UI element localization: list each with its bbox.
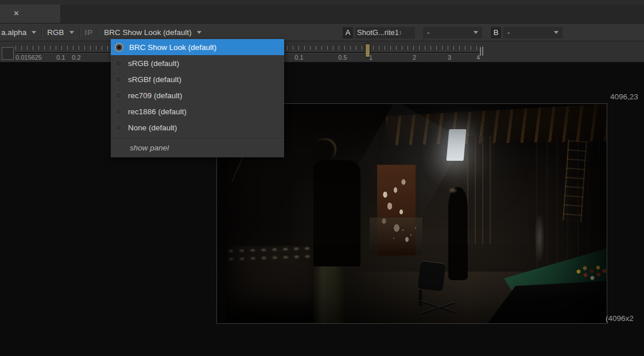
chevron-down-icon bbox=[32, 31, 36, 34]
viewer-process-label: BRC Show Look (default) bbox=[104, 28, 191, 37]
radio-icon bbox=[115, 92, 122, 99]
gamma-slider-handle[interactable] bbox=[365, 44, 370, 57]
input-b-dropdown-value: - bbox=[507, 28, 510, 37]
menu-item-brc-show-look[interactable]: BRC Show Look (default) bbox=[111, 39, 284, 55]
menu-item-label: rec1886 (default) bbox=[128, 107, 187, 116]
gain-gamma-row: 0.015625 0.1 0.2 0.1 0.5 1 2 3 4 bbox=[0, 41, 644, 62]
viewer-process-selector[interactable]: BRC Show Look (default) bbox=[104, 28, 201, 37]
gamma-slider-endcap bbox=[480, 47, 483, 56]
menu-item-label: sRGB (default) bbox=[128, 59, 179, 68]
ab-input-cluster: A ShotG...rite1 ↕ - B - bbox=[343, 24, 571, 41]
cursor-coords-readout: 4096,23 bbox=[610, 92, 638, 101]
radio-icon bbox=[115, 124, 122, 131]
gain-tick-label: 0.015625 bbox=[15, 54, 42, 61]
viewer-process-menu: BRC Show Look (default) sRGB (default) s… bbox=[111, 39, 284, 157]
menu-item-none[interactable]: None (default) bbox=[111, 119, 284, 136]
top-strip bbox=[0, 0, 644, 5]
layer-selector-label: RGB bbox=[47, 28, 64, 37]
close-icon[interactable]: × bbox=[14, 8, 19, 18]
menu-item-rec709[interactable]: rec709 (default) bbox=[111, 87, 284, 103]
radio-icon bbox=[115, 76, 122, 83]
tab-bar: × bbox=[0, 5, 644, 23]
gamma-tick-label: 2 bbox=[413, 54, 416, 61]
input-process-toggle[interactable]: IP bbox=[85, 28, 94, 37]
gain-tick-label: 0.1 bbox=[56, 54, 65, 61]
input-a-button[interactable]: A bbox=[343, 27, 353, 38]
gamma-tick-label: 4 bbox=[476, 54, 480, 61]
input-a-dropdown[interactable]: - bbox=[423, 27, 482, 38]
chevron-down-icon bbox=[554, 31, 558, 34]
input-a-node-name: ShotG...rite1 bbox=[357, 28, 399, 37]
radio-icon bbox=[115, 108, 122, 115]
gamma-tick-label: 0.1 bbox=[294, 54, 303, 61]
menu-item-srgbf[interactable]: sRGBf (default) bbox=[111, 71, 284, 87]
channel-selector-label: a.alpha bbox=[1, 28, 26, 37]
input-b-dropdown[interactable]: - bbox=[503, 27, 562, 38]
menu-item-show-panel[interactable]: show panel bbox=[111, 141, 284, 155]
format-resolution-readout: (4096x2 bbox=[606, 314, 634, 323]
viewer-tab[interactable]: × bbox=[0, 5, 60, 23]
menu-item-rec1886[interactable]: rec1886 (default) bbox=[111, 103, 284, 119]
divider bbox=[41, 27, 42, 37]
input-b-button[interactable]: B bbox=[491, 27, 501, 38]
menu-item-label: sRGBf (default) bbox=[128, 75, 181, 84]
divider bbox=[98, 27, 99, 37]
input-a-node-field[interactable]: ShotG...rite1 ↕ bbox=[355, 27, 415, 38]
chevron-down-icon bbox=[474, 31, 478, 34]
divider bbox=[79, 27, 80, 37]
menu-separator bbox=[111, 138, 284, 139]
channel-selector[interactable]: a.alpha bbox=[1, 28, 36, 37]
gamma-tick-label: 0.5 bbox=[338, 54, 347, 61]
gain-tick-label: 0.2 bbox=[72, 54, 80, 61]
menu-item-srgb[interactable]: sRGB (default) bbox=[111, 55, 284, 71]
viewer-toolbar: a.alpha RGB IP BRC Show Look (default) A… bbox=[0, 23, 644, 41]
menu-item-label: None (default) bbox=[128, 123, 177, 132]
updown-arrow-icon: ↕ bbox=[399, 29, 402, 36]
gamma-tick-label: 3 bbox=[448, 54, 451, 61]
menu-item-label: rec709 (default) bbox=[128, 91, 183, 100]
input-a-dropdown-value: - bbox=[427, 28, 429, 37]
layer-selector[interactable]: RGB bbox=[47, 28, 73, 37]
radio-icon bbox=[115, 60, 122, 67]
radio-selected-icon bbox=[115, 43, 123, 52]
chevron-down-icon bbox=[197, 31, 201, 34]
menu-item-label: BRC Show Look (default) bbox=[129, 43, 216, 52]
chevron-down-icon bbox=[69, 31, 74, 34]
gain-value-box[interactable] bbox=[2, 47, 14, 60]
